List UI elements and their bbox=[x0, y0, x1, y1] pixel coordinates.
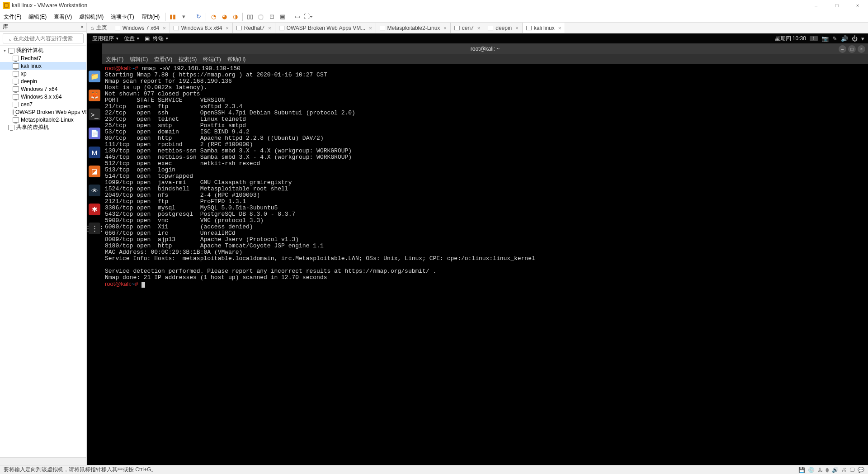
view2-icon[interactable]: ▢ bbox=[256, 12, 266, 22]
tree-item[interactable]: kali linux bbox=[0, 62, 86, 70]
term-menu-item[interactable]: 查看(V) bbox=[154, 56, 172, 63]
volume-icon[interactable]: 🔊 bbox=[841, 35, 848, 42]
tree-item[interactable]: OWASP Broken Web Apps VM bbox=[0, 108, 86, 116]
files-icon[interactable]: 📁 bbox=[89, 71, 100, 82]
menu-file[interactable]: 文件(F) bbox=[0, 11, 25, 23]
tree-item[interactable]: cen7 bbox=[0, 100, 86, 108]
device-display-icon[interactable]: 🖵 bbox=[849, 467, 855, 473]
view3-icon[interactable]: ⊡ bbox=[267, 12, 277, 22]
metasploit-icon[interactable]: M bbox=[89, 147, 100, 158]
library-search-input[interactable] bbox=[3, 33, 84, 43]
maltego-icon[interactable]: ✱ bbox=[89, 204, 100, 215]
sidebar-scrollbar[interactable] bbox=[0, 457, 86, 465]
tab-主页[interactable]: ⌂主页 bbox=[87, 23, 111, 33]
device-net-icon[interactable]: 🖧 bbox=[817, 467, 823, 473]
tab-close-icon[interactable]: × bbox=[268, 25, 271, 31]
device-disk-icon[interactable]: 💾 bbox=[798, 467, 805, 473]
view1-icon[interactable]: ▯▯ bbox=[245, 12, 255, 22]
burp-icon[interactable]: ◪ bbox=[89, 166, 100, 177]
unity-icon[interactable]: ▭ bbox=[292, 12, 302, 22]
term-minimize-icon[interactable]: – bbox=[839, 45, 846, 53]
tab-windows-8.x-x64[interactable]: Windows 8.x x64× bbox=[170, 23, 233, 33]
terminal-dock-icon[interactable]: >_ bbox=[89, 109, 100, 120]
tab-windows-7-x64[interactable]: Windows 7 x64× bbox=[111, 23, 170, 33]
chevron-down-icon[interactable]: ▾ bbox=[861, 35, 864, 42]
power-icon[interactable]: ⏻ bbox=[852, 35, 858, 42]
term-close-icon[interactable]: × bbox=[858, 45, 865, 53]
tab-close-icon[interactable]: × bbox=[443, 25, 446, 31]
tab-close-icon[interactable]: × bbox=[558, 25, 561, 31]
revert-icon[interactable]: ◑ bbox=[230, 12, 240, 22]
vm-icon bbox=[380, 26, 385, 30]
tab-owasp-broken-web-apps-vm...[interactable]: OWASP Broken Web Apps VM...× bbox=[275, 23, 376, 33]
term-menu-item[interactable]: 编辑(E) bbox=[130, 56, 148, 63]
texteditor-icon[interactable]: 📄 bbox=[89, 128, 100, 139]
tab-close-icon[interactable]: × bbox=[515, 25, 518, 31]
menu-tabs[interactable]: 选项卡(T) bbox=[107, 11, 137, 23]
tree-item[interactable]: Windows 8.x x64 bbox=[0, 93, 86, 100]
vm-icon bbox=[488, 26, 493, 30]
clock[interactable]: 星期四 10:30 bbox=[775, 35, 806, 43]
tab-deepin[interactable]: deepin× bbox=[484, 23, 522, 33]
menu-view[interactable]: 查看(V) bbox=[50, 11, 75, 23]
term-menu-item[interactable]: 帮助(H) bbox=[227, 56, 246, 63]
snapshot-icon[interactable]: ◔ bbox=[208, 12, 218, 22]
term-menu-item[interactable]: 文件(F) bbox=[106, 56, 123, 63]
places-menu[interactable]: 位置 bbox=[122, 35, 141, 43]
tab-close-icon[interactable]: × bbox=[477, 25, 480, 31]
close-button[interactable]: × bbox=[847, 0, 868, 11]
tab-close-icon[interactable]: × bbox=[163, 25, 165, 31]
show-apps-icon[interactable]: ⋮⋮⋮ bbox=[89, 223, 100, 234]
tree-item[interactable]: deepin bbox=[0, 77, 86, 85]
term-menu-item[interactable]: 终端(T) bbox=[203, 56, 221, 63]
host-menubar: 文件(F) 编辑(E) 查看(V) 虚拟机(M) 选项卡(T) 帮助(H) ▮▮… bbox=[0, 11, 868, 23]
camera-icon[interactable]: 📷 bbox=[821, 35, 829, 42]
tree-item[interactable]: Windows 7 x64 bbox=[0, 85, 86, 93]
gnome-topbar: 应用程序 位置 ▣终端 星期四 10:30 1 📷 ✎ 🔊 ⏻ ▾ bbox=[87, 33, 868, 43]
fullscreen-icon[interactable]: ⛶▾ bbox=[303, 12, 313, 22]
device-printer-icon[interactable]: 🖨 bbox=[841, 467, 847, 473]
tree-item[interactable]: Redhat7 bbox=[0, 54, 86, 62]
minimize-button[interactable]: – bbox=[806, 0, 826, 11]
guest-display[interactable]: 应用程序 位置 ▣终端 星期四 10:30 1 📷 ✎ 🔊 ⏻ ▾ 📁 🦊 >_ bbox=[87, 33, 868, 465]
term-maximize-icon[interactable]: □ bbox=[848, 45, 856, 53]
tab-redhat7[interactable]: Redhat7× bbox=[233, 23, 275, 33]
pause-icon[interactable]: ▮▮ bbox=[168, 12, 178, 22]
tree-shared-vms[interactable]: 共享的虚拟机 bbox=[0, 123, 86, 131]
wireshark-icon[interactable]: 👁 bbox=[89, 185, 100, 196]
tab-metasploitable2-linux[interactable]: Metasploitable2-Linux× bbox=[376, 23, 451, 33]
tab-kali-linux[interactable]: kali linux× bbox=[523, 23, 565, 33]
sidebar-close-icon[interactable]: × bbox=[80, 24, 84, 30]
applications-menu[interactable]: 应用程序 bbox=[90, 35, 120, 43]
tab-close-icon[interactable]: × bbox=[226, 25, 228, 31]
snapshot-manager-icon[interactable]: ◕ bbox=[219, 12, 229, 22]
tab-cen7[interactable]: cen7× bbox=[451, 23, 484, 33]
device-cd-icon[interactable]: 💿 bbox=[808, 467, 815, 473]
terminal-window[interactable]: root@kali: ~ – □ × 文件(F)编辑(E)查看(V)搜索(S)终… bbox=[102, 43, 868, 345]
tab-close-icon[interactable]: × bbox=[369, 25, 372, 31]
dropdown-icon[interactable]: ▾ bbox=[179, 12, 189, 22]
device-usb-icon[interactable]: ⬮ bbox=[826, 467, 829, 473]
send-ctrl-alt-del-icon[interactable]: ↻ bbox=[193, 12, 203, 22]
tree-item[interactable]: xp bbox=[0, 70, 86, 77]
terminal-body[interactable]: root@kali:~# nmap -sV 192.168.190.130-15… bbox=[102, 64, 868, 345]
terminal-menu-item[interactable]: ▣终端 bbox=[143, 35, 170, 43]
vm-icon bbox=[279, 26, 284, 30]
tree-my-computer[interactable]: ▾我的计算机 bbox=[0, 47, 86, 54]
tree-item[interactable]: Metasploitable2-Linux bbox=[0, 116, 86, 123]
customize-icon[interactable]: ✎ bbox=[832, 35, 837, 42]
home-icon: ⌂ bbox=[90, 24, 94, 31]
vm-icon bbox=[174, 26, 179, 30]
firefox-icon[interactable]: 🦊 bbox=[89, 90, 100, 101]
library-sidebar: 库 × ▾我的计算机 Redhat7 kali linux xp deepin … bbox=[0, 23, 87, 465]
dock: 📁 🦊 >_ 📄 M ◪ 👁 ✱ ⋮⋮⋮ bbox=[87, 43, 102, 465]
workspace-indicator[interactable]: 1 bbox=[810, 36, 818, 41]
maximize-button[interactable]: □ bbox=[826, 0, 847, 11]
menu-help[interactable]: 帮助(H) bbox=[138, 11, 164, 23]
device-sound-icon[interactable]: 🔊 bbox=[832, 467, 839, 473]
view4-icon[interactable]: ▣ bbox=[278, 12, 288, 22]
menu-edit[interactable]: 编辑(E) bbox=[25, 11, 50, 23]
term-menu-item[interactable]: 搜索(S) bbox=[179, 56, 197, 63]
menu-vm[interactable]: 虚拟机(M) bbox=[75, 11, 107, 23]
device-msg-icon[interactable]: 💬 bbox=[858, 467, 864, 473]
